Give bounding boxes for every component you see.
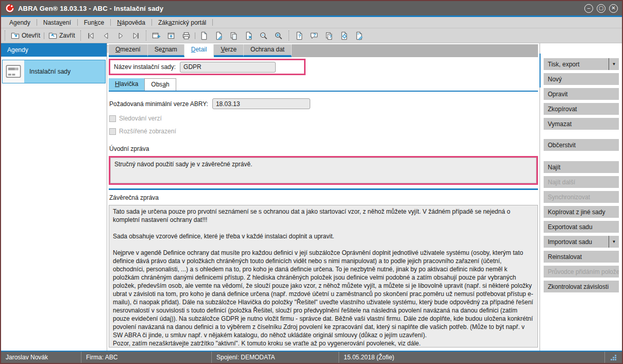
window-refresh-icon: [166, 31, 176, 41]
last-record-button[interactable]: [128, 29, 143, 42]
window-plus-icon: [151, 31, 161, 41]
checkbox-0[interactable]: [109, 115, 116, 122]
close-button[interactable]: ✕: [609, 4, 618, 13]
menu-separator: [151, 19, 152, 26]
close-agenda-button-label: Zavřít: [59, 32, 75, 39]
uvodni-zprava-memo[interactable]: Stručný návod použití sady je v závěrečn…: [110, 158, 536, 183]
tab-omezeni[interactable]: Omezení: [109, 44, 148, 57]
subtab-obsah[interactable]: Obsah: [144, 78, 176, 91]
close-agenda-button[interactable]: Zavřít: [45, 29, 78, 42]
help-button[interactable]: ?: [292, 29, 307, 42]
tab-ochrana-dat[interactable]: Ochrana dat: [244, 44, 292, 57]
window-controls: –▢✕: [584, 4, 618, 13]
zoom-out-button[interactable]: [256, 29, 271, 42]
menu-item-nastaveni[interactable]: Nastavení: [38, 18, 76, 27]
print-button[interactable]: [179, 29, 194, 42]
action-zkontrolovat-z-vislosti-label: Zkontrolovat závislosti: [548, 283, 609, 290]
abra-logo-icon: [5, 4, 14, 13]
status-datum: 15.05.2018 (Žofie): [339, 352, 604, 363]
action-synchronizovat: Synchronizovat: [544, 191, 619, 203]
bubble-question-icon: ?: [309, 31, 319, 41]
notes-button[interactable]: [351, 29, 366, 42]
sidebar-item-instalacni-sady[interactable]: Instalační sady: [2, 60, 106, 83]
zoom-in-button[interactable]: [271, 29, 286, 42]
action-reinstalovat[interactable]: Reinstalovat: [544, 251, 619, 263]
nazev-highlight-box: Název instalační sady:: [109, 59, 306, 75]
edit-record-button[interactable]: [211, 29, 226, 42]
first-record-icon: [86, 31, 96, 41]
nazev-label: Název instalační sady:: [114, 63, 176, 71]
menu-separator: [212, 19, 213, 26]
sidebar-item-label: Instalační sady: [24, 68, 71, 75]
tab-seznam[interactable]: Seznam: [148, 44, 184, 57]
toolbar-separator: [80, 30, 81, 41]
action-vymazat[interactable]: Vymazat: [544, 118, 619, 130]
action-tisk-export-dropdown-icon[interactable]: ▼: [609, 58, 619, 70]
delete-record-button[interactable]: [241, 29, 256, 42]
action-kop-rovat-z-jin-sady-label: Kopírovat z jiné sady: [548, 209, 605, 216]
minimize-button[interactable]: –: [584, 4, 593, 13]
menu-item-agendy[interactable]: Agendy: [4, 18, 36, 27]
doc-pencil-icon: [354, 31, 364, 41]
add-window-button[interactable]: [149, 29, 164, 42]
nazev-input[interactable]: [180, 62, 276, 73]
zaverecna-zprava-memo[interactable]: Tato sada je určena pouze pro prvotní se…: [109, 205, 538, 348]
menu-item-funkce[interactable]: Funkce: [79, 18, 109, 27]
toolbar-thin-separator: [195, 32, 195, 39]
detail-subtabs: HlavičkaObsah: [109, 78, 538, 92]
action-zkontrolovat-z-vislosti[interactable]: Zkontrolovat závislosti: [544, 281, 619, 292]
agenda-help-button[interactable]: ?: [322, 29, 336, 42]
context-help-button[interactable]: ?: [307, 29, 322, 42]
status-user: Jaroslav Novák: [1, 352, 81, 363]
agenda-icon: [3, 60, 24, 83]
action-nov[interactable]: Nový: [544, 73, 619, 85]
next-record-button[interactable]: [113, 29, 128, 42]
docs-question-icon: ?: [324, 31, 334, 41]
new-record-button[interactable]: [196, 29, 211, 42]
checkbox-label-1: Rozšířené zobrazení: [119, 128, 176, 135]
action-naj-t[interactable]: Najít: [544, 161, 619, 173]
resize-grip[interactable]: [604, 352, 622, 363]
delete-doc-icon: [244, 31, 254, 41]
menu-item-zakaznicky-portal[interactable]: Zákaznický portál: [153, 18, 211, 27]
svg-text:?: ?: [298, 33, 301, 39]
agendas-sidebar: Agendy Instalační sady: [1, 43, 107, 351]
sidebar-splitter[interactable]: [107, 45, 108, 53]
menu-separator: [77, 19, 78, 26]
section-divider: [109, 188, 538, 190]
verze-input[interactable]: [212, 98, 310, 109]
actions-panel: Tisk, export▼NovýOpravitZkopírovatVymaza…: [540, 43, 622, 351]
svg-text:?: ?: [329, 33, 332, 39]
refresh-window-button[interactable]: [164, 29, 179, 42]
app-window: ABRA Gen® 18.03.13 - ABC - Instalační sa…: [0, 0, 623, 364]
action-synchronizovat-label: Synchronizovat: [548, 194, 590, 201]
content-area: Agendy Instalační sady Omezení: [1, 43, 622, 351]
open-button[interactable]: Otevřít: [8, 29, 43, 42]
action-reinstalovat-label: Reinstalovat: [548, 253, 582, 261]
action-exportovat-sadu[interactable]: Exportovat sadu: [544, 221, 619, 233]
tab-verze[interactable]: Verze: [214, 44, 244, 57]
tab-detail[interactable]: Detail: [184, 44, 214, 57]
action-tisk-export[interactable]: Tisk, export▼: [544, 58, 619, 70]
main-panel: OmezeníSeznamDetailVerzeOchrana dat Náze…: [107, 43, 540, 351]
related-docs-button[interactable]: [336, 29, 351, 42]
action-kop-rovat-z-jin-sady[interactable]: Kopírovat z jiné sady: [544, 206, 619, 218]
menu-separator: [110, 19, 111, 26]
toolbar: OtevřítZavřít???: [1, 28, 622, 43]
action-ob-erstvit[interactable]: Občerstvit: [544, 139, 619, 151]
action-importovat-sadu-dropdown-icon[interactable]: ▼: [609, 236, 619, 248]
toolbar-separator: [5, 30, 5, 41]
uvodni-highlight-box: Stručný návod použití sady je v závěrečn…: [109, 156, 538, 185]
copy-record-button[interactable]: [226, 29, 241, 42]
svg-text:?: ?: [313, 31, 316, 37]
subtab-hlavicka[interactable]: Hlavička: [109, 78, 144, 91]
action-importovat-sadu[interactable]: Importovat sadu▼: [544, 236, 619, 248]
previous-record-button[interactable]: [98, 29, 113, 42]
toolbar-separator: [146, 30, 146, 41]
action-opravit[interactable]: Opravit: [544, 88, 619, 100]
maximize-button[interactable]: ▢: [597, 4, 605, 13]
first-record-button[interactable]: [83, 29, 98, 42]
action-zkop-rovat[interactable]: Zkopírovat: [544, 103, 619, 115]
menu-item-napoveda[interactable]: Nápověda: [112, 18, 150, 27]
checkbox-1[interactable]: [109, 128, 116, 135]
